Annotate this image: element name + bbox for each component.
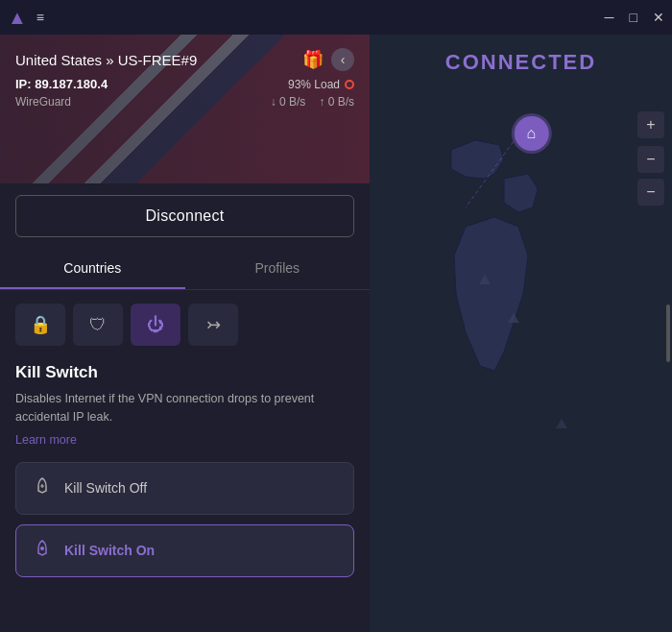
tab-countries[interactable]: Countries	[0, 249, 185, 289]
killswitch-section: Kill Switch Disables Internet if the VPN…	[0, 359, 370, 632]
svg-point-0	[40, 547, 44, 550]
titlebar-right: ─ □ ✕	[605, 11, 664, 24]
map-controls: + − −	[637, 111, 664, 206]
load-badge: 93% Load	[288, 78, 354, 91]
close-button[interactable]: ✕	[653, 11, 664, 24]
learn-more-link[interactable]: Learn more	[15, 433, 77, 447]
killswitch-on-button[interactable]: Kill Switch On	[15, 524, 354, 577]
speed-info: ↓ 0 B/s ↑ 0 B/s	[271, 95, 354, 109]
home-icon: ⌂	[526, 125, 536, 142]
svg-marker-3	[556, 419, 567, 428]
download-speed: ↓ 0 B/s	[271, 95, 306, 109]
upload-speed: ↑ 0 B/s	[319, 95, 354, 109]
arrow-feature-button[interactable]: ↣	[188, 304, 238, 346]
lock-icon: 🔒	[30, 314, 51, 335]
shield-feature-button[interactable]: 🛡	[73, 304, 123, 346]
load-indicator	[345, 80, 354, 89]
right-panel: CONNECTED ⌂ + − −	[370, 35, 672, 632]
lock-feature-button[interactable]: 🔒	[15, 304, 65, 346]
killswitch-feature-button[interactable]: ⏻	[131, 304, 180, 346]
killswitch-description: Disables Internet if the VPN connection …	[15, 390, 354, 426]
ks-on-icon	[32, 539, 53, 563]
app-logo-icon: ▲	[8, 7, 27, 29]
shield-icon: 🛡	[89, 315, 107, 335]
disconnect-section: Disconnect	[0, 183, 370, 249]
connection-header: United States » US-FREE#9 🎁 ‹ IP: 89.187…	[0, 35, 370, 183]
left-panel: United States » US-FREE#9 🎁 ‹ IP: 89.187…	[0, 35, 370, 632]
ip-row: IP: 89.187.180.4 93% Load	[15, 77, 354, 91]
tabs: Countries Profiles	[0, 249, 370, 290]
connection-info: United States » US-FREE#9 🎁 ‹ IP: 89.187…	[0, 35, 370, 118]
hamburger-menu-button[interactable]: ≡	[36, 11, 44, 24]
protocol-label: WireGuard	[15, 95, 71, 109]
tab-profiles[interactable]: Profiles	[185, 249, 371, 289]
killswitch-on-label: Kill Switch On	[64, 543, 155, 558]
server-name-row: United States » US-FREE#9 🎁 ‹	[15, 48, 354, 71]
gift-icon[interactable]: 🎁	[302, 49, 324, 70]
server-name: United States » US-FREE#9	[15, 52, 197, 68]
protocol-row: WireGuard ↓ 0 B/s ↑ 0 B/s	[15, 95, 354, 109]
killswitch-off-button[interactable]: Kill Switch Off	[15, 462, 354, 515]
zoom-in-button[interactable]: +	[637, 111, 664, 138]
collapse-panel-button[interactable]: ‹	[331, 48, 354, 71]
ip-address: IP: 89.187.180.4	[15, 77, 108, 91]
zoom-out-button[interactable]: −	[637, 146, 664, 173]
minimize-button[interactable]: ─	[605, 11, 614, 24]
home-location-marker: ⌂	[514, 116, 548, 151]
zoom-out2-button[interactable]: −	[637, 179, 664, 206]
maximize-button[interactable]: □	[630, 11, 637, 24]
arrow-icon: ↣	[206, 314, 221, 335]
ks-off-icon	[32, 476, 53, 500]
scrollbar	[666, 304, 670, 362]
disconnect-button[interactable]: Disconnect	[15, 195, 354, 237]
load-text: 93% Load	[288, 78, 340, 91]
connected-status-text: CONNECTED	[445, 50, 596, 75]
killswitch-title: Kill Switch	[15, 363, 354, 382]
killswitch-off-label: Kill Switch Off	[64, 480, 147, 496]
feature-icons-row: 🔒 🛡 ⏻ ↣	[0, 290, 370, 359]
titlebar: ▲ ≡ ─ □ ✕	[0, 0, 672, 35]
titlebar-left: ▲ ≡	[8, 7, 44, 29]
killswitch-icon: ⏻	[147, 315, 164, 335]
